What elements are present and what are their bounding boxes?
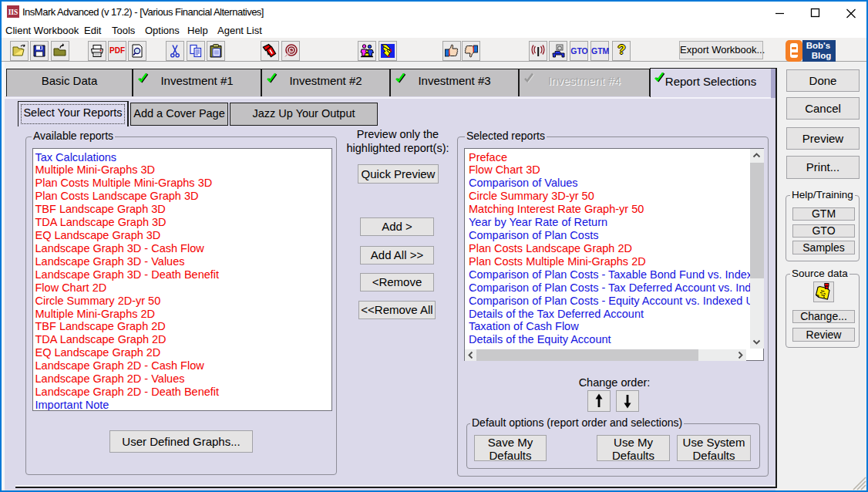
svg-text:IIS: IIS (8, 8, 19, 16)
